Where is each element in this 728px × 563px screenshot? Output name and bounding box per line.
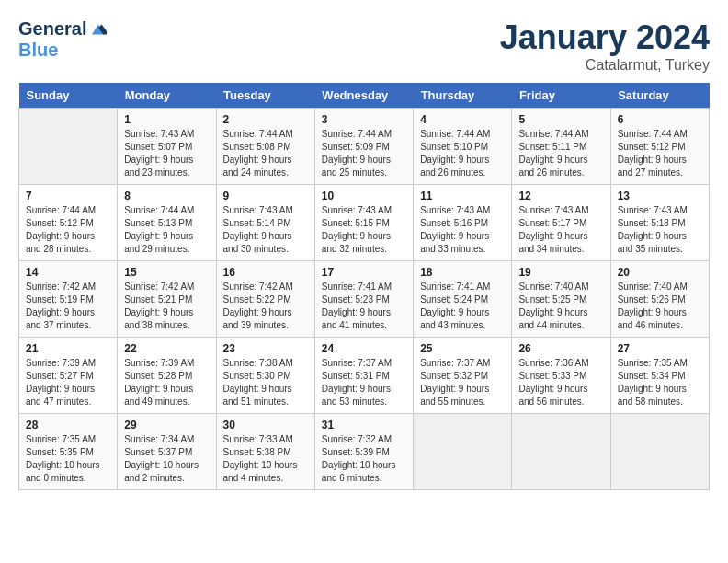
- day-info: Sunrise: 7:40 AMSunset: 5:26 PMDaylight:…: [618, 281, 702, 332]
- day-info: Sunrise: 7:41 AMSunset: 5:23 PMDaylight:…: [322, 281, 406, 332]
- day-cell: [19, 109, 118, 185]
- day-cell: 31 Sunrise: 7:32 AMSunset: 5:39 PMDaylig…: [314, 414, 413, 490]
- day-number: 3: [322, 113, 406, 126]
- day-cell: 14 Sunrise: 7:42 AMSunset: 5:19 PMDaylig…: [19, 261, 118, 338]
- page-header: General Blue January 2024 Catalarmut, Tu…: [18, 18, 710, 74]
- day-cell: 7 Sunrise: 7:44 AMSunset: 5:12 PMDayligh…: [19, 185, 118, 261]
- day-number: 12: [518, 190, 603, 202]
- header-cell-thursday: Thursday: [414, 83, 512, 109]
- day-number: 23: [223, 342, 308, 355]
- header-cell-sunday: Sunday: [19, 83, 118, 109]
- calendar-table: SundayMondayTuesdayWednesdayThursdayFrid…: [18, 83, 710, 490]
- day-cell: 2 Sunrise: 7:44 AMSunset: 5:08 PMDayligh…: [216, 109, 314, 185]
- day-cell: 22 Sunrise: 7:39 AMSunset: 5:28 PMDaylig…: [118, 338, 216, 414]
- day-number: 13: [618, 190, 702, 202]
- header-row: SundayMondayTuesdayWednesdayThursdayFrid…: [19, 83, 710, 109]
- day-number: 28: [26, 419, 110, 431]
- day-cell: 27 Sunrise: 7:35 AMSunset: 5:34 PMDaylig…: [610, 338, 709, 414]
- day-info: Sunrise: 7:42 AMSunset: 5:21 PMDaylight:…: [124, 281, 209, 332]
- day-info: Sunrise: 7:44 AMSunset: 5:12 PMDaylight:…: [26, 204, 110, 256]
- week-row-4: 21 Sunrise: 7:39 AMSunset: 5:27 PMDaylig…: [19, 338, 710, 414]
- header-cell-friday: Friday: [512, 83, 610, 109]
- day-info: Sunrise: 7:43 AMSunset: 5:15 PMDaylight:…: [322, 204, 406, 256]
- day-info: Sunrise: 7:44 AMSunset: 5:09 PMDaylight:…: [322, 128, 406, 179]
- day-number: 21: [26, 342, 110, 355]
- day-number: 20: [618, 266, 702, 279]
- day-number: 14: [26, 266, 110, 279]
- day-info: Sunrise: 7:39 AMSunset: 5:28 PMDaylight:…: [124, 357, 209, 408]
- day-number: 9: [223, 190, 308, 202]
- day-info: Sunrise: 7:44 AMSunset: 5:10 PMDaylight:…: [420, 128, 505, 179]
- header-cell-wednesday: Wednesday: [314, 83, 413, 109]
- header-cell-tuesday: Tuesday: [216, 83, 314, 109]
- day-number: 19: [518, 266, 603, 279]
- day-info: Sunrise: 7:40 AMSunset: 5:25 PMDaylight:…: [518, 281, 603, 332]
- day-number: 11: [420, 190, 505, 202]
- day-info: Sunrise: 7:43 AMSunset: 5:14 PMDaylight:…: [223, 204, 308, 256]
- title-block: January 2024 Catalarmut, Turkey: [500, 18, 710, 74]
- day-cell: 24 Sunrise: 7:37 AMSunset: 5:31 PMDaylig…: [314, 338, 413, 414]
- day-cell: 11 Sunrise: 7:43 AMSunset: 5:16 PMDaylig…: [414, 185, 512, 261]
- day-cell: 29 Sunrise: 7:34 AMSunset: 5:37 PMDaylig…: [118, 414, 216, 490]
- day-cell: 30 Sunrise: 7:33 AMSunset: 5:38 PMDaylig…: [216, 414, 314, 490]
- day-cell: 5 Sunrise: 7:44 AMSunset: 5:11 PMDayligh…: [512, 109, 610, 185]
- day-info: Sunrise: 7:44 AMSunset: 5:12 PMDaylight:…: [618, 128, 702, 179]
- day-number: 6: [618, 113, 702, 126]
- day-info: Sunrise: 7:37 AMSunset: 5:32 PMDaylight:…: [420, 357, 505, 408]
- day-number: 29: [124, 419, 209, 431]
- day-number: 22: [124, 342, 209, 355]
- day-info: Sunrise: 7:44 AMSunset: 5:08 PMDaylight:…: [223, 128, 308, 179]
- day-number: 7: [26, 190, 110, 202]
- day-info: Sunrise: 7:42 AMSunset: 5:19 PMDaylight:…: [26, 281, 110, 332]
- day-number: 1: [124, 113, 209, 126]
- header-cell-monday: Monday: [118, 83, 216, 109]
- day-info: Sunrise: 7:44 AMSunset: 5:11 PMDaylight:…: [518, 128, 603, 179]
- day-number: 18: [420, 266, 505, 279]
- day-number: 15: [124, 266, 209, 279]
- week-row-2: 7 Sunrise: 7:44 AMSunset: 5:12 PMDayligh…: [19, 185, 710, 261]
- header-cell-saturday: Saturday: [610, 83, 709, 109]
- day-cell: 12 Sunrise: 7:43 AMSunset: 5:17 PMDaylig…: [512, 185, 610, 261]
- day-info: Sunrise: 7:43 AMSunset: 5:17 PMDaylight:…: [518, 204, 603, 256]
- logo-blue-text: Blue: [18, 40, 58, 61]
- day-cell: 18 Sunrise: 7:41 AMSunset: 5:24 PMDaylig…: [414, 261, 512, 338]
- day-cell: 6 Sunrise: 7:44 AMSunset: 5:12 PMDayligh…: [610, 109, 709, 185]
- day-info: Sunrise: 7:35 AMSunset: 5:35 PMDaylight:…: [26, 433, 110, 485]
- day-info: Sunrise: 7:32 AMSunset: 5:39 PMDaylight:…: [322, 433, 406, 485]
- day-cell: [512, 414, 610, 490]
- day-info: Sunrise: 7:39 AMSunset: 5:27 PMDaylight:…: [26, 357, 110, 408]
- day-info: Sunrise: 7:35 AMSunset: 5:34 PMDaylight:…: [618, 357, 702, 408]
- day-info: Sunrise: 7:36 AMSunset: 5:33 PMDaylight:…: [518, 357, 603, 408]
- day-cell: 19 Sunrise: 7:40 AMSunset: 5:25 PMDaylig…: [512, 261, 610, 338]
- day-number: 27: [618, 342, 702, 355]
- day-number: 24: [322, 342, 406, 355]
- month-title: January 2024: [500, 18, 710, 57]
- day-number: 26: [518, 342, 603, 355]
- day-info: Sunrise: 7:41 AMSunset: 5:24 PMDaylight:…: [420, 281, 505, 332]
- day-cell: 26 Sunrise: 7:36 AMSunset: 5:33 PMDaylig…: [512, 338, 610, 414]
- day-cell: [414, 414, 512, 490]
- day-info: Sunrise: 7:43 AMSunset: 5:16 PMDaylight:…: [420, 204, 505, 256]
- day-number: 16: [223, 266, 308, 279]
- logo-general-text: General: [18, 18, 86, 40]
- day-cell: 1 Sunrise: 7:43 AMSunset: 5:07 PMDayligh…: [118, 109, 216, 185]
- day-cell: 20 Sunrise: 7:40 AMSunset: 5:26 PMDaylig…: [610, 261, 709, 338]
- day-cell: 3 Sunrise: 7:44 AMSunset: 5:09 PMDayligh…: [314, 109, 413, 185]
- day-number: 10: [322, 190, 406, 202]
- day-info: Sunrise: 7:38 AMSunset: 5:30 PMDaylight:…: [223, 357, 308, 408]
- week-row-5: 28 Sunrise: 7:35 AMSunset: 5:35 PMDaylig…: [19, 414, 710, 490]
- day-cell: [610, 414, 709, 490]
- day-info: Sunrise: 7:37 AMSunset: 5:31 PMDaylight:…: [322, 357, 406, 408]
- week-row-3: 14 Sunrise: 7:42 AMSunset: 5:19 PMDaylig…: [19, 261, 710, 338]
- day-number: 17: [322, 266, 406, 279]
- day-cell: 28 Sunrise: 7:35 AMSunset: 5:35 PMDaylig…: [19, 414, 118, 490]
- day-cell: 15 Sunrise: 7:42 AMSunset: 5:21 PMDaylig…: [118, 261, 216, 338]
- day-number: 8: [124, 190, 209, 202]
- day-info: Sunrise: 7:33 AMSunset: 5:38 PMDaylight:…: [223, 433, 308, 485]
- day-cell: 13 Sunrise: 7:43 AMSunset: 5:18 PMDaylig…: [610, 185, 709, 261]
- day-number: 2: [223, 113, 308, 126]
- day-cell: 23 Sunrise: 7:38 AMSunset: 5:30 PMDaylig…: [216, 338, 314, 414]
- day-cell: 17 Sunrise: 7:41 AMSunset: 5:23 PMDaylig…: [314, 261, 413, 338]
- day-number: 5: [518, 113, 603, 126]
- day-cell: 16 Sunrise: 7:42 AMSunset: 5:22 PMDaylig…: [216, 261, 314, 338]
